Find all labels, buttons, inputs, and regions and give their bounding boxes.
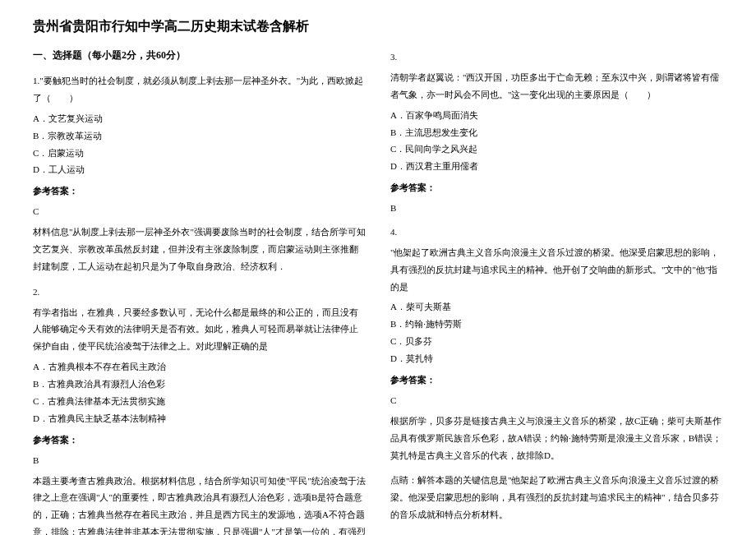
q3-option-a: A．百家争鸣局面消失: [390, 107, 723, 124]
q2-option-a: A．古雅典根本不存在着民主政治: [33, 358, 366, 376]
q1-option-c: C．启蒙运动: [33, 145, 366, 162]
question-2: 2. 有学者指出，在雅典，只要经多数认可，无论什么都是最终的和公正的，而且没有人…: [33, 284, 366, 535]
q1-answer: C: [33, 203, 366, 220]
q2-answer-label: 参考答案：: [33, 432, 366, 449]
section-header: 一、选择题（每小题2分，共60分）: [33, 48, 366, 62]
q3-number: 3.: [390, 48, 723, 66]
q2-intro: 有学者指出，在雅典，只要经多数认可，无论什么都是最终的和公正的，而且没有人能够确…: [33, 304, 366, 356]
q3-answer: B: [390, 200, 723, 217]
q4-explanation-1: 根据所学，贝多芬是链接古典主义与浪漫主义音乐的桥梁，故C正确；柴可夫斯基作品具有…: [390, 413, 723, 464]
q3-option-d: D．西汉君主重用儒者: [390, 158, 723, 175]
q1-answer-label: 参考答案：: [33, 183, 366, 200]
q4-option-b: B．约翰·施特劳斯: [390, 316, 723, 333]
q4-option-d: D．莫扎特: [390, 350, 723, 367]
page-title: 贵州省贵阳市行知中学高二历史期末试卷含解析: [33, 18, 723, 35]
q3-option-b: B．主流思想发生变化: [390, 124, 723, 141]
q1-explanation: 材料信息"从制度上剥去那一层神圣外衣"强调要废除当时的社会制度，结合所学可知文艺…: [33, 224, 366, 275]
q2-number: 2.: [33, 284, 366, 301]
right-column: 3. 清朝学者赵翼说："西汉开国，功臣多出于亡命无赖；至东汉中兴，则谓诸将皆有儒…: [390, 48, 723, 535]
q4-number: 4.: [390, 224, 723, 241]
q1-stem: 1."要触犯当时的社会制度，就必须从制度上剥去那一层神圣外衣。"为此，西欧掀起了…: [33, 72, 366, 107]
q2-option-c: C．古雅典法律基本无法贯彻实施: [33, 393, 366, 410]
question-4: 4. "他架起了欧洲古典主义音乐向浪漫主义音乐过渡的桥梁。他深受启蒙思想的影响，…: [390, 224, 723, 523]
q1-option-b: B．宗教改革运动: [33, 127, 366, 145]
q2-explanation-1: 本题主要考查古雅典政治。根据材料信息，结合所学知识可知使"平民"统治凌驾于法律之…: [33, 473, 366, 535]
q3-intro: 清朝学者赵翼说："西汉开国，功臣多出于亡命无赖；至东汉中兴，则谓诸将皆有儒者气象…: [390, 69, 723, 104]
question-3: 3. 清朝学者赵翼说："西汉开国，功臣多出于亡命无赖；至东汉中兴，则谓诸将皆有儒…: [390, 48, 723, 217]
q4-answer: C: [390, 392, 723, 409]
q4-intro: "他架起了欧洲古典主义音乐向浪漫主义音乐过渡的桥梁。他深受启蒙思想的影响，具有强…: [390, 244, 723, 296]
q1-option-a: A．文艺复兴运动: [33, 110, 366, 127]
question-1: 1."要触犯当时的社会制度，就必须从制度上剥去那一层神圣外衣。"为此，西欧掀起了…: [33, 72, 366, 275]
q1-option-d: D．工人运动: [33, 161, 366, 178]
q2-option-b: B．古雅典政治具有濒烈人治色彩: [33, 376, 366, 393]
left-column: 一、选择题（每小题2分，共60分） 1."要触犯当时的社会制度，就必须从制度上剥…: [33, 48, 366, 535]
q5-number: 5.: [390, 532, 723, 535]
q3-answer-label: 参考答案：: [390, 180, 723, 196]
q4-option-a: A．柴可夫斯基: [390, 298, 723, 316]
q3-option-c: C．民间向学之风兴起: [390, 141, 723, 158]
q4-explanation-2: 点睛：解答本题的关键信息是"他架起了欧洲古典主义音乐向浪漫主义音乐过渡的桥梁。他…: [390, 472, 723, 523]
question-5: 5. 历史知识竞赛中，主持人提出问题："作为一位英国人，要想成为英国首相必须具备…: [390, 532, 723, 535]
q2-option-d: D．古雅典民主缺乏基本法制精神: [33, 410, 366, 427]
two-column-layout: 一、选择题（每小题2分，共60分） 1."要触犯当时的社会制度，就必须从制度上剥…: [33, 48, 723, 535]
q2-answer: B: [33, 452, 366, 469]
q4-answer-label: 参考答案：: [390, 372, 723, 389]
q4-option-c: C．贝多芬: [390, 333, 723, 350]
